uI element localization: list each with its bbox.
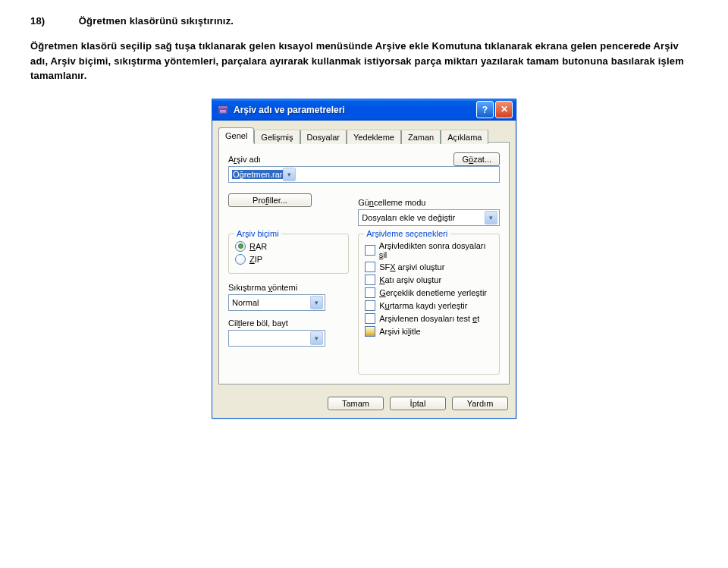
dialog-footer: Tamam İptal Yardım (212, 391, 516, 418)
cancel-button[interactable]: İptal (390, 397, 446, 410)
opt-label: Arşivlenen dosyaları test et (379, 314, 479, 323)
tabstrip: Genel Gelişmiş Dosyalar Yedekleme Zaman … (218, 127, 510, 143)
opt-label: Katı arşiv oluştur (379, 275, 441, 284)
opt-solid[interactable]: Katı arşiv oluştur (365, 275, 493, 285)
opt-lock[interactable]: Arşivi kilitle (365, 326, 493, 337)
tab-backup[interactable]: Yedekleme (347, 129, 401, 144)
compress-method-value: Normal (232, 298, 310, 307)
opt-test[interactable]: Arşivlenen dosyaları test et (365, 313, 493, 324)
opt-label: Gerçeklik denetleme yerleştir (379, 288, 487, 297)
format-zip-label: ZIP (249, 255, 262, 264)
svg-rect-1 (218, 106, 228, 108)
opt-recovery[interactable]: Kurtarma kaydı yerleştir (365, 300, 493, 311)
opt-label: Arşivledikten sonra dosyaları sil (379, 241, 493, 259)
tab-panel-general: Arşiv adı Gözat... Öğretmen.rar ▾ Profil… (218, 142, 510, 384)
format-legend: Arşiv biçimi (234, 229, 281, 238)
checkbox-icon (365, 245, 375, 256)
opt-label: SFX arşivi oluştur (379, 262, 444, 271)
checkbox-icon (365, 287, 375, 298)
winrar-icon (217, 104, 229, 116)
svg-rect-2 (220, 110, 226, 111)
archive-dialog: Arşiv adı ve parametreleri ? ✕ Genel Gel… (212, 99, 516, 419)
format-rar-radio[interactable]: RAR (235, 241, 342, 252)
checkbox-icon (365, 313, 375, 324)
options-legend: Arşivleme seçenekleri (364, 229, 450, 238)
radio-icon (235, 241, 246, 252)
update-mode-label: Güncelleme modu (358, 198, 500, 207)
opt-label: Kurtarma kaydı yerleştir (379, 301, 467, 310)
radio-icon (235, 254, 246, 265)
checkbox-icon (365, 262, 375, 272)
options-fieldset: Arşivleme seçenekleri Arşivledikten sonr… (358, 234, 500, 375)
chevron-down-icon[interactable]: ▾ (283, 168, 296, 181)
tab-general[interactable]: Genel (218, 127, 254, 143)
tab-files[interactable]: Dosyalar (300, 129, 347, 144)
chevron-down-icon[interactable]: ▾ (310, 331, 323, 345)
opt-authenticity[interactable]: Gerçeklik denetleme yerleştir (365, 287, 493, 298)
help-button[interactable]: Yardım (452, 397, 508, 410)
dialog-title: Arşiv adı ve parametreleri (234, 105, 475, 115)
tab-advanced[interactable]: Gelişmiş (254, 129, 300, 144)
archive-name-input[interactable]: Öğretmen.rar ▾ (228, 166, 500, 183)
opt-label: Arşivi kilitle (379, 327, 420, 336)
question-line: 18) Öğretmen klasörünü sıkıştırınız. (30, 15, 698, 27)
browse-button[interactable]: Gözat... (453, 152, 500, 166)
titlebar[interactable]: Arşiv adı ve parametreleri ? ✕ (212, 99, 516, 121)
format-rar-label: RAR (249, 242, 267, 251)
opt-sfx[interactable]: SFX arşivi oluştur (365, 262, 493, 272)
explanation-text: Öğretmen klasörü seçilip sağ tuşa tıklan… (30, 39, 698, 83)
opt-delete-after[interactable]: Arşivledikten sonra dosyaları sil (365, 241, 493, 259)
chevron-down-icon[interactable]: ▾ (485, 211, 497, 224)
close-icon-button[interactable]: ✕ (495, 101, 513, 118)
checkbox-icon (365, 275, 375, 285)
archive-name-label: Arşiv adı (228, 155, 261, 164)
profiles-button[interactable]: Profiller... (228, 193, 312, 207)
ok-button[interactable]: Tamam (328, 397, 384, 410)
tab-time[interactable]: Zaman (401, 129, 441, 144)
archive-name-value: Öğretmen.rar (232, 170, 283, 179)
tab-comment[interactable]: Açıklama (441, 129, 488, 144)
help-icon-button[interactable]: ? (476, 101, 494, 118)
format-fieldset: Arşiv biçimi RAR ZIP (228, 234, 349, 274)
question-text: Öğretmen klasörünü sıkıştırınız. (79, 15, 234, 27)
question-number: 18) (30, 15, 76, 27)
svg-rect-3 (220, 111, 226, 113)
split-label: Ciltlere böl, bayt (228, 319, 349, 328)
checkbox-icon (365, 300, 375, 311)
update-mode-select[interactable]: Dosyaları ekle ve değiştir ▾ (358, 209, 500, 226)
chevron-down-icon[interactable]: ▾ (310, 296, 323, 309)
compress-method-label: Sıkıştırma yöntemi (228, 283, 349, 292)
format-zip-radio[interactable]: ZIP (235, 254, 342, 265)
checkbox-icon (365, 326, 375, 337)
split-select[interactable]: ▾ (228, 330, 325, 347)
compress-method-select[interactable]: Normal ▾ (228, 294, 325, 311)
update-mode-value: Dosyaları ekle ve değiştir (362, 213, 485, 222)
